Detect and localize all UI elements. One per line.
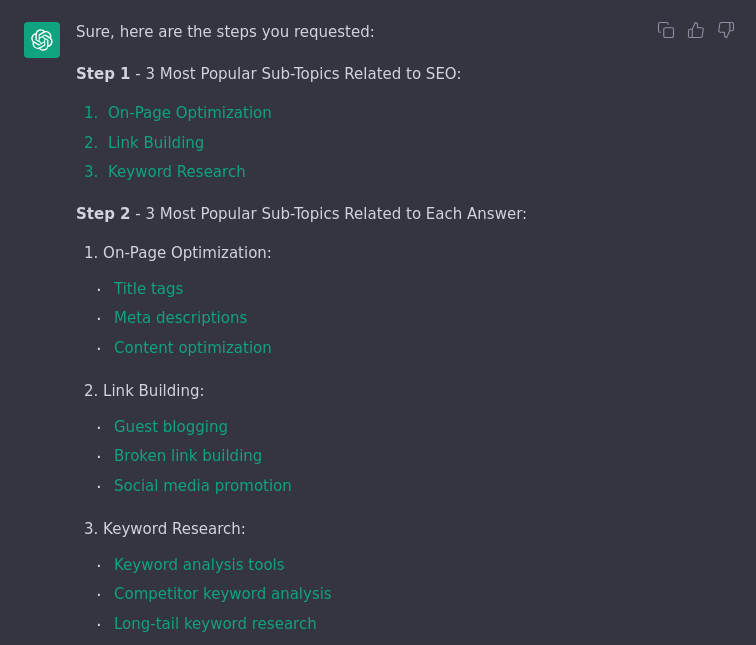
list-item: · Broken link building bbox=[96, 444, 732, 470]
list-item-text: On-Page Optimization bbox=[108, 101, 272, 127]
bullet-item-text: Long-tail keyword research bbox=[114, 612, 317, 638]
sub-heading-text-3: Keyword Research: bbox=[103, 520, 246, 538]
step1-list: 1. On-Page Optimization 2. Link Building… bbox=[76, 101, 732, 186]
step1-heading: Step 1 - 3 Most Popular Sub-Topics Relat… bbox=[76, 62, 732, 88]
sub-num-2: 2. bbox=[84, 382, 103, 400]
bullet-icon: · bbox=[96, 444, 106, 469]
bullet-icon: · bbox=[96, 415, 106, 440]
step2-bold: Step 2 bbox=[76, 205, 131, 223]
list-item: 3. Keyword Research bbox=[84, 160, 732, 186]
sub-num-1: 1. bbox=[84, 244, 103, 262]
list-item: 1. On-Page Optimization bbox=[84, 101, 732, 127]
sub-heading-3: 3. Keyword Research: bbox=[76, 517, 732, 543]
bullet-item-text: Meta descriptions bbox=[114, 306, 247, 332]
intro-text: Sure, here are the steps you requested: bbox=[76, 20, 732, 46]
sub-heading-text-2: Link Building: bbox=[103, 382, 204, 400]
bullet-icon: · bbox=[96, 612, 106, 637]
sub-heading-text-1: On-Page Optimization: bbox=[103, 244, 272, 262]
sub-section-1: 1. On-Page Optimization: · Title tags · … bbox=[76, 241, 732, 361]
bullet-list-1: · Title tags · Meta descriptions · Conte… bbox=[76, 277, 732, 362]
sub-num-3: 3. bbox=[84, 520, 103, 538]
thumbs-down-button[interactable] bbox=[716, 20, 736, 40]
list-item: · Keyword analysis tools bbox=[96, 553, 732, 579]
sub-heading-2: 2. Link Building: bbox=[76, 379, 732, 405]
bullet-item-text: Broken link building bbox=[114, 444, 262, 470]
bullet-item-text: Keyword analysis tools bbox=[114, 553, 285, 579]
sub-section-3: 3. Keyword Research: · Keyword analysis … bbox=[76, 517, 732, 637]
list-num: 3. bbox=[84, 160, 102, 186]
list-item: · Guest blogging bbox=[96, 415, 732, 441]
message-content: Sure, here are the steps you requested: … bbox=[76, 20, 732, 645]
list-item: · Title tags bbox=[96, 277, 732, 303]
step2-suffix: - 3 Most Popular Sub-Topics Related to E… bbox=[131, 205, 528, 223]
bullet-icon: · bbox=[96, 582, 106, 607]
chatgpt-logo-icon bbox=[31, 29, 53, 51]
bullet-icon: · bbox=[96, 336, 106, 361]
bullet-icon: · bbox=[96, 474, 106, 499]
sub-heading-1: 1. On-Page Optimization: bbox=[76, 241, 732, 267]
thumbs-up-button[interactable] bbox=[686, 20, 706, 40]
bullet-item-text: Competitor keyword analysis bbox=[114, 582, 332, 608]
bullet-list-3: · Keyword analysis tools · Competitor ke… bbox=[76, 553, 732, 638]
message-block: Sure, here are the steps you requested: … bbox=[0, 0, 756, 645]
assistant-avatar bbox=[24, 22, 60, 58]
bullet-icon: · bbox=[96, 277, 106, 302]
list-item: · Social media promotion bbox=[96, 474, 732, 500]
list-item: · Competitor keyword analysis bbox=[96, 582, 732, 608]
step1-bold: Step 1 bbox=[76, 65, 131, 83]
list-item-text: Link Building bbox=[108, 131, 204, 157]
step2-heading: Step 2 - 3 Most Popular Sub-Topics Relat… bbox=[76, 202, 732, 228]
copy-icon bbox=[657, 21, 675, 39]
copy-button[interactable] bbox=[656, 20, 676, 40]
list-item: 2. Link Building bbox=[84, 131, 732, 157]
bullet-list-2: · Guest blogging · Broken link building … bbox=[76, 415, 732, 500]
list-num: 1. bbox=[84, 101, 102, 127]
list-item-text: Keyword Research bbox=[108, 160, 246, 186]
bullet-item-text: Social media promotion bbox=[114, 474, 292, 500]
bullet-item-text: Guest blogging bbox=[114, 415, 228, 441]
thumbs-up-icon bbox=[687, 21, 705, 39]
bullet-icon: · bbox=[96, 553, 106, 578]
list-num: 2. bbox=[84, 131, 102, 157]
svg-rect-0 bbox=[664, 28, 674, 38]
bullet-item-text: Title tags bbox=[114, 277, 183, 303]
list-item: · Content optimization bbox=[96, 336, 732, 362]
thumbs-down-icon bbox=[717, 21, 735, 39]
bullet-item-text: Content optimization bbox=[114, 336, 272, 362]
sub-section-2: 2. Link Building: · Guest blogging · Bro… bbox=[76, 379, 732, 499]
step1-suffix: - 3 Most Popular Sub-Topics Related to S… bbox=[131, 65, 462, 83]
list-item: · Long-tail keyword research bbox=[96, 612, 732, 638]
bullet-icon: · bbox=[96, 306, 106, 331]
list-item: · Meta descriptions bbox=[96, 306, 732, 332]
action-icons-container bbox=[656, 20, 736, 40]
